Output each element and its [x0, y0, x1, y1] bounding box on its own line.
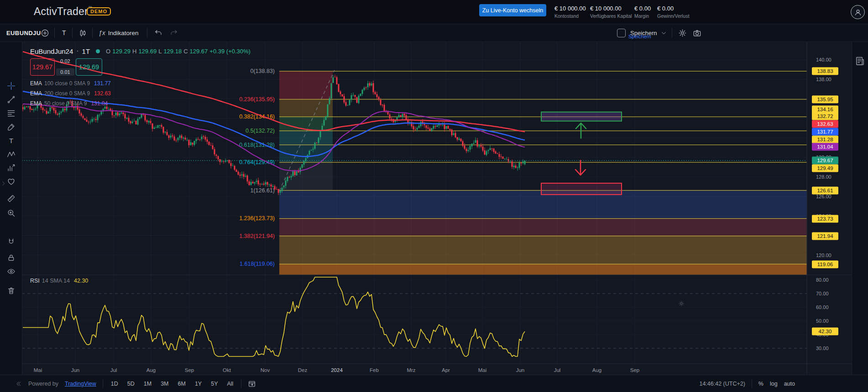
brush-icon[interactable] — [6, 122, 16, 132]
clock-label[interactable]: 14:46:42 (UTC+2) — [699, 381, 745, 387]
chevron-down-icon — [660, 30, 667, 36]
ema100-legend-row[interactable]: EMA 100 close 0 SMA 9 131.77 — [30, 80, 111, 87]
user-avatar[interactable] — [851, 5, 865, 19]
ohlc-values: O129.29 H129.69 L129.18 C129.67 +0.39 (+… — [106, 48, 251, 55]
candles-icon — [78, 29, 87, 37]
remove-drawings-icon[interactable] — [6, 285, 16, 296]
range-3m-button[interactable]: 3M — [159, 380, 170, 388]
market-open-dot — [96, 49, 100, 53]
indicators-button[interactable]: ƒxIndikatoren — [99, 24, 139, 41]
chart-settings-button[interactable] — [678, 24, 687, 41]
legend-symbol[interactable]: EuBundJun24 — [30, 47, 73, 55]
collapse-panel-icon[interactable] — [16, 381, 22, 387]
fx-icon: ƒx — [99, 29, 105, 36]
right-sidebar — [852, 24, 868, 392]
news-icon — [855, 56, 865, 66]
emoji-icon[interactable] — [6, 176, 16, 187]
symbol-button[interactable]: EUBUNDJU — [6, 24, 41, 41]
switch-to-live-button[interactable]: Zu Live-Konto wechseln — [479, 4, 546, 16]
range-5y-button[interactable]: 5Y — [209, 380, 219, 388]
log-scale-toggle[interactable]: log — [770, 381, 778, 387]
activtrader-logo: ActivTrader™ — [34, 5, 92, 18]
statusbar: Powered by TradingView 1D 5D 1M 3M 6M 1Y… — [0, 375, 868, 392]
zoom-in-icon[interactable] — [6, 208, 16, 218]
ema200-legend-row[interactable]: EMA 200 close 0 SMA 9 132.63 — [30, 90, 111, 97]
trendline-icon[interactable] — [6, 94, 16, 105]
camera-icon — [693, 29, 701, 37]
range-1d-button[interactable]: 1D — [110, 380, 120, 388]
available-capital-stat: € 10 000.00Verfügbares Kapital — [590, 5, 632, 19]
chart-plot-area[interactable] — [22, 41, 807, 364]
plus-circle-icon — [41, 29, 49, 37]
drawing-toolbar: T — [0, 41, 22, 375]
text-tool-icon[interactable]: T — [6, 135, 16, 146]
layout-sync-checkbox[interactable] — [617, 24, 626, 41]
person-icon — [854, 8, 862, 16]
gear-icon — [678, 29, 687, 37]
rsi-legend-row[interactable]: RSI 14 SMA 14 42.30 — [30, 278, 88, 284]
object-tree-expand-icon[interactable] — [0, 181, 6, 186]
spread-display: 0.02 0.01 — [56, 58, 74, 76]
balance-stat: € 10 000.00Kontostand — [554, 5, 586, 19]
undo-button[interactable] — [154, 24, 162, 41]
time-axis[interactable] — [22, 364, 807, 375]
hide-all-icon[interactable] — [6, 266, 16, 277]
save-hint-label: Speichern — [628, 34, 651, 39]
xabcd-pattern-icon[interactable] — [6, 149, 16, 160]
activtrader-app: 0(138.83)0.236(135.95)0.382(134.16)0.5(1… — [0, 0, 868, 392]
range-all-button[interactable]: All — [226, 380, 235, 388]
measure-icon[interactable] — [6, 193, 16, 204]
magnet-icon[interactable] — [6, 237, 16, 247]
buy-button[interactable]: 129.69 — [76, 58, 102, 76]
redo-icon — [170, 29, 178, 37]
range-1m-button[interactable]: 1M — [142, 380, 153, 388]
powered-by-label: Powered by — [28, 381, 58, 387]
fib-retracement-icon[interactable] — [6, 108, 16, 119]
profit-loss-stat: € 0.00Gewinn/Verlust — [657, 5, 690, 19]
sell-button[interactable]: 129.67 — [30, 58, 55, 76]
price-axis[interactable] — [807, 41, 852, 375]
tradingview-link[interactable]: TradingView — [65, 381, 96, 387]
redo-button[interactable] — [170, 24, 178, 41]
chart-legend: EuBundJun24 · 1T O129.29 H129.69 L129.18… — [30, 47, 251, 55]
price-chart[interactable]: 0(138.83)0.236(135.95)0.382(134.16)0.5(1… — [0, 0, 868, 392]
range-5d-button[interactable]: 5D — [126, 380, 136, 388]
undo-icon — [154, 29, 162, 37]
range-6m-button[interactable]: 6M — [177, 380, 187, 388]
margin-stat: € 0.00Margin — [634, 5, 651, 19]
auto-scale-toggle[interactable]: auto — [784, 381, 795, 387]
forecast-icon[interactable] — [6, 163, 16, 173]
percent-scale-toggle[interactable]: % — [758, 381, 763, 387]
lock-all-icon[interactable] — [6, 253, 16, 263]
trade-widget: 129.67 0.02 0.01 129.69 — [30, 58, 102, 76]
chart-type-button[interactable] — [78, 24, 87, 41]
range-1y-button[interactable]: 1Y — [193, 380, 203, 388]
go-to-date-button[interactable] — [248, 380, 256, 388]
legend-interval: 1T — [82, 47, 90, 55]
news-button[interactable] — [855, 56, 865, 66]
topbar: ActivTrader™ DEMO Zu Live-Konto wechseln… — [0, 0, 868, 24]
save-menu-button[interactable] — [660, 24, 667, 41]
change-value: +0.39 (+0.30%) — [209, 48, 251, 55]
calendar-go-icon — [248, 380, 256, 388]
interval-button[interactable]: T — [62, 24, 66, 41]
ema50-legend-row[interactable]: EMA 50 close 0 SMA 9 131.04 — [30, 100, 108, 107]
snapshot-button[interactable] — [693, 24, 701, 41]
crosshair-icon[interactable] — [6, 81, 16, 91]
chart-toolbar: EUBUNDJU T ƒxIndikatoren Speichern — [0, 24, 868, 42]
compare-add-symbol-button[interactable] — [41, 24, 49, 41]
demo-badge: DEMO — [87, 7, 111, 15]
